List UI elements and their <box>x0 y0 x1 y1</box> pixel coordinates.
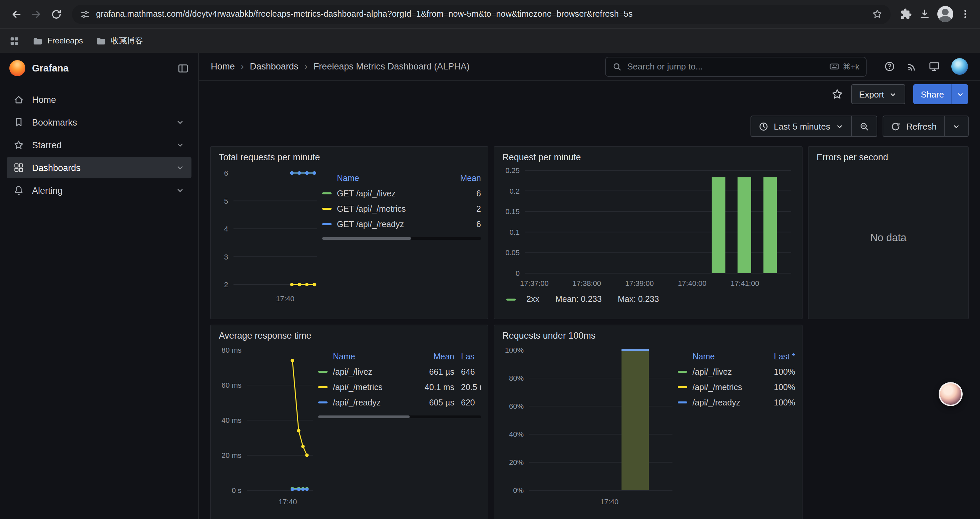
legend-row[interactable]: GET /api/_/livez 6 <box>322 186 481 201</box>
panel-title[interactable]: Errors per second <box>808 147 968 164</box>
svg-text:80%: 80% <box>509 374 524 382</box>
extensions-button[interactable] <box>900 8 912 20</box>
help-button[interactable] <box>884 61 895 72</box>
legend-row[interactable]: /api/_/metrics 100% <box>678 379 795 395</box>
share-menu-button[interactable] <box>951 84 968 104</box>
bookmark-star-icon[interactable] <box>872 9 883 19</box>
svg-text:0.15: 0.15 <box>505 208 520 216</box>
favorite-dashboard-button[interactable] <box>831 88 843 100</box>
breadcrumb-current: Freeleaps Metrics Dashboard (ALPHA) <box>313 61 470 72</box>
panel-request-per-minute: Request per minute 0.250.20.150.10.05017… <box>494 146 803 319</box>
sidebar-item-dashboards[interactable]: Dashboards <box>7 157 191 178</box>
refresh-group: Refresh <box>883 115 969 137</box>
sidebar-collapse-button[interactable] <box>177 62 189 74</box>
monitor-icon <box>929 61 940 72</box>
sidebar-item-alerting[interactable]: Alerting <box>7 180 191 201</box>
legend-header-mean[interactable]: Mean <box>442 174 481 183</box>
search-input[interactable]: Search or jump to... ⌘+k <box>605 56 867 77</box>
legend-row[interactable]: /api/_/livez 100% <box>678 364 795 379</box>
panel-title[interactable]: Average response time <box>211 325 488 342</box>
browser-menu-button[interactable] <box>960 9 970 19</box>
reload-button[interactable] <box>47 5 65 23</box>
refresh-button[interactable]: Refresh <box>883 115 945 137</box>
refresh-interval-button[interactable] <box>945 115 969 137</box>
downloads-button[interactable] <box>919 8 931 20</box>
panel-total-requests: Total requests per minute 6543217:40 Nam… <box>210 146 488 319</box>
dashboard-grid: Total requests per minute 6543217:40 Nam… <box>199 137 980 519</box>
bookmark-icon <box>13 117 24 128</box>
chevron-down-icon[interactable] <box>175 186 185 195</box>
panel-title[interactable]: Total requests per minute <box>211 147 488 164</box>
keyboard-icon <box>829 61 839 72</box>
sidebar-item-bookmarks[interactable]: Bookmarks <box>7 112 191 133</box>
legend-row[interactable]: /api/_/readyz 100% <box>678 395 795 410</box>
bookmark-folder-freeleaps[interactable]: Freeleaps <box>33 36 83 46</box>
bookmark-folder-blogs[interactable]: 收藏博客 <box>96 35 143 46</box>
kiosk-button[interactable] <box>929 61 940 72</box>
zoom-out-button[interactable] <box>852 115 878 137</box>
panel-requests-under-100ms: Requests under 100ms 100%80%60%40%20%0%1… <box>494 325 803 519</box>
header-icons <box>884 58 968 75</box>
chevron-down-icon <box>835 122 844 131</box>
svg-text:0.25: 0.25 <box>505 166 520 175</box>
svg-text:40 ms: 40 ms <box>221 416 242 425</box>
search-shortcut: ⌘+k <box>829 61 859 72</box>
site-settings-icon[interactable] <box>80 9 90 19</box>
legend-header-last[interactable]: Last * <box>763 352 795 361</box>
series-color-chip <box>678 371 687 373</box>
scrollbar-thumb[interactable] <box>322 237 411 240</box>
grafana-header: Home › Dashboards › Freeleaps Metrics Da… <box>199 53 980 81</box>
brand-title: Grafana <box>32 63 69 73</box>
breadcrumb-dashboards[interactable]: Dashboards <box>250 61 299 72</box>
legend-table: Name Last * /api/_/livez 100% <box>678 342 795 510</box>
url-bar[interactable]: grafana.mathmast.com/d/deytv4rwavabkb/fr… <box>72 4 891 24</box>
sidebar-item-home[interactable]: Home <box>7 89 191 110</box>
request-per-minute-chart: 0.250.20.150.10.05017:37:0017:38:0017:39… <box>497 164 797 292</box>
svg-text:0.2: 0.2 <box>509 187 520 195</box>
url-text[interactable]: grafana.mathmast.com/d/deytv4rwavabkb/fr… <box>96 10 866 19</box>
legend-header-last[interactable]: Las <box>454 352 481 361</box>
browser-profile-avatar[interactable] <box>937 6 953 22</box>
sidebar-item-starred[interactable]: Starred <box>7 134 191 156</box>
legend-table: Name Mean GET /api/_/livez 6 <box>322 164 481 307</box>
breadcrumb-home[interactable]: Home <box>211 61 235 72</box>
forward-button[interactable] <box>27 5 45 23</box>
dashboard-actions: Export Share <box>199 81 980 107</box>
star-icon <box>13 140 24 150</box>
floating-assistant-avatar[interactable] <box>939 382 963 406</box>
legend-row[interactable]: GET /api/_/metrics 2 <box>322 201 481 216</box>
export-button[interactable]: Export <box>851 84 905 104</box>
legend-row[interactable]: GET /api/_/readyz 6 <box>322 216 481 232</box>
legend-header-name[interactable]: Name <box>692 352 763 361</box>
sidebar-item-label: Home <box>32 94 56 105</box>
back-button[interactable] <box>7 5 25 23</box>
dashboards-grid-icon <box>13 162 24 173</box>
chevron-down-icon[interactable] <box>175 163 185 172</box>
profile-avatar[interactable] <box>951 58 968 75</box>
back-icon <box>10 8 22 20</box>
svg-text:100%: 100% <box>505 346 524 355</box>
share-button[interactable]: Share <box>914 84 951 104</box>
legend-header-name[interactable]: Name <box>337 174 442 183</box>
news-button[interactable] <box>907 61 917 72</box>
legend-row[interactable]: /api/_/readyz 605 µs 620 <box>318 395 481 410</box>
export-label: Export <box>859 89 884 99</box>
panel-title[interactable]: Request per minute <box>494 147 802 164</box>
sidebar-header: Grafana <box>0 53 198 83</box>
scrollbar-thumb[interactable] <box>318 415 409 418</box>
panel-title[interactable]: Requests under 100ms <box>494 325 802 342</box>
chevron-down-icon[interactable] <box>175 118 185 127</box>
chevron-down-icon[interactable] <box>175 140 185 150</box>
legend-row[interactable]: /api/_/livez 661 µs 646 <box>318 364 481 379</box>
series-color-chip <box>322 208 332 210</box>
grafana-logo[interactable] <box>10 60 25 76</box>
legend-header-name[interactable]: Name <box>333 352 415 361</box>
series-name[interactable]: 2xx <box>527 295 539 304</box>
time-range-picker[interactable]: Last 5 minutes <box>751 115 852 137</box>
legend-row[interactable]: /api/_/metrics 40.1 ms 20.5 m <box>318 379 481 395</box>
legend-header-mean[interactable]: Mean <box>415 352 454 361</box>
svg-text:4: 4 <box>224 225 228 233</box>
svg-text:17:38:00: 17:38:00 <box>573 279 601 287</box>
panel-body: 100%80%60%40%20%0%17:40 Name Last * <box>494 342 802 514</box>
apps-grid-button[interactable] <box>10 36 19 46</box>
